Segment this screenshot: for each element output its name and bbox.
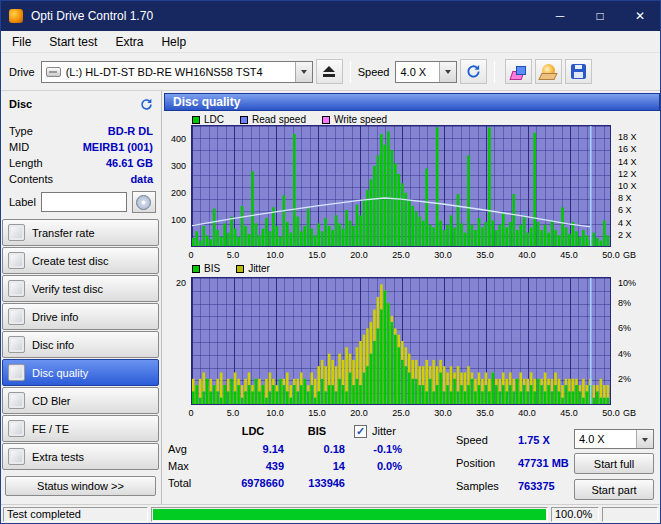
chevron-down-icon[interactable]: [439, 62, 456, 82]
disc-info-row-length: Length 46.61 GB: [1, 155, 161, 171]
bis-jitter-chart: [191, 277, 611, 405]
menubar: File Start test Extra Help: [1, 31, 660, 53]
main-panel: Disc quality LDC Read speed Write speed …: [162, 91, 660, 504]
chart2-legend: BIS Jitter: [192, 263, 270, 274]
drive-info-icon: [8, 308, 25, 325]
info-value: BD-R DL: [108, 125, 153, 137]
disc-label-caption: Label: [9, 196, 36, 208]
app-icon: [9, 9, 23, 23]
extra-tests-icon: [8, 448, 25, 465]
toolbar: Drive (L:) HL-DT-ST BD-RE WH16NS58 TST4 …: [1, 53, 660, 91]
disc-refresh-button[interactable]: [140, 98, 153, 111]
write-speed-legend-swatch: [322, 116, 330, 124]
info-label: Length: [9, 157, 43, 169]
burn-button[interactable]: [535, 59, 562, 84]
speed-label: Speed: [358, 66, 390, 78]
status-text: Test completed: [3, 507, 148, 522]
sidebar-item-verify-test-disc[interactable]: Verify test disc: [2, 275, 159, 302]
result-speed-value: 1.75 X: [518, 434, 550, 446]
progress-percent: 100.0%: [551, 507, 599, 522]
disc-quality-icon: [8, 364, 25, 381]
ldc-column-header: LDC: [222, 425, 284, 437]
start-part-button[interactable]: Start part: [574, 479, 654, 500]
verify-disc-icon: [8, 280, 25, 297]
result-speed-label: Speed: [456, 434, 488, 446]
save-button[interactable]: [565, 59, 592, 84]
drive-select-value: (L:) HL-DT-ST BD-RE WH16NS58 TST4: [66, 66, 263, 78]
titlebar: Opti Drive Control 1.70 ─ □ ✕: [1, 1, 660, 31]
chevron-down-icon[interactable]: [295, 62, 312, 82]
avg-jitter-value: -0.1%: [354, 443, 402, 455]
samples-value: 763375: [518, 480, 555, 492]
info-value: 46.61 GB: [106, 157, 153, 169]
total-bis-value: 133946: [289, 477, 345, 489]
chevron-down-icon[interactable]: [636, 430, 653, 448]
erase-disc-button[interactable]: [505, 59, 532, 84]
minimize-button[interactable]: ─: [540, 1, 580, 31]
chart1-legend: LDC Read speed Write speed: [192, 114, 387, 125]
statusbar: Test completed 100.0%: [1, 504, 660, 523]
sidebar-item-cd-bler[interactable]: CD Bler: [2, 387, 159, 414]
refresh-icon: [140, 98, 153, 111]
disc-label-row: Label: [9, 191, 158, 213]
eraser-icon: [510, 64, 527, 80]
info-label: MID: [9, 141, 29, 153]
ldc-y-axis: 400300200100: [162, 125, 189, 247]
window-controls: ─ □ ✕: [540, 1, 660, 31]
app-window: Opti Drive Control 1.70 ─ □ ✕ File Start…: [0, 0, 661, 524]
menu-help[interactable]: Help: [152, 32, 195, 52]
test-speed-select[interactable]: 4.0 X: [574, 429, 654, 449]
status-window-button[interactable]: Status window >>: [5, 476, 156, 496]
sidebar-item-transfer-rate[interactable]: Transfer rate: [2, 219, 159, 246]
jitter-checkbox[interactable]: [354, 425, 367, 438]
cd-bler-icon: [8, 392, 25, 409]
avg-row-label: Avg: [168, 443, 187, 455]
info-value: MEIRB1 (001): [83, 141, 153, 153]
disc-label-button[interactable]: [132, 191, 156, 213]
burn-disc-icon: [540, 64, 557, 80]
sidebar-buttons: Transfer rate Create test disc Verify te…: [2, 219, 159, 471]
disc-info-row-contents: Contents data: [1, 171, 161, 187]
position-value: 47731 MB: [518, 457, 569, 469]
toolbar-separator: [350, 61, 351, 83]
save-icon: [571, 64, 586, 79]
ldc-x-axis: 05.010.015.020.025.030.035.040.045.050.0…: [191, 250, 651, 261]
close-button[interactable]: ✕: [620, 1, 660, 31]
refresh-icon: [466, 64, 481, 79]
menu-start-test[interactable]: Start test: [40, 32, 106, 52]
sidebar-item-extra-tests[interactable]: Extra tests: [2, 443, 159, 470]
bis-x-axis: 05.010.015.020.025.030.035.040.045.050.0…: [191, 408, 651, 419]
sidebar-item-disc-info[interactable]: Disc info: [2, 331, 159, 358]
ldc-chart: [191, 125, 611, 247]
sidebar-item-drive-info[interactable]: Drive info: [2, 303, 159, 330]
total-ldc-value: 6978660: [222, 477, 284, 489]
max-bis-value: 14: [289, 460, 345, 472]
drive-select[interactable]: (L:) HL-DT-ST BD-RE WH16NS58 TST4: [41, 61, 313, 83]
sidebar-item-disc-quality[interactable]: Disc quality: [2, 359, 159, 386]
disc-label-input[interactable]: [41, 192, 127, 212]
eject-icon: [323, 66, 335, 72]
progress-fill: [153, 509, 546, 520]
sidebar-item-create-test-disc[interactable]: Create test disc: [2, 247, 159, 274]
menu-file[interactable]: File: [3, 32, 40, 52]
sidebar: Disc Type BD-R DL MID MEIRB1 (001): [1, 91, 162, 504]
bis-y-axis: 20: [162, 277, 189, 405]
speed-select[interactable]: 4.0 X: [395, 61, 457, 83]
disc-section-title: Disc: [9, 98, 32, 110]
ldc-legend-swatch: [192, 116, 200, 124]
transfer-rate-icon: [8, 224, 25, 241]
max-jitter-value: 0.0%: [354, 460, 402, 472]
info-value[interactable]: data: [130, 173, 153, 185]
start-full-button[interactable]: Start full: [574, 453, 654, 474]
jitter-legend-swatch: [236, 265, 244, 273]
maximize-button[interactable]: □: [580, 1, 620, 31]
refresh-button[interactable]: [460, 59, 487, 84]
bis-legend-swatch: [192, 265, 200, 273]
samples-label: Samples: [456, 480, 499, 492]
sidebar-item-fe-te[interactable]: FE / TE: [2, 415, 159, 442]
eject-button[interactable]: [316, 59, 343, 84]
total-row-label: Total: [168, 477, 191, 489]
disc-section-header: Disc: [1, 93, 161, 115]
menu-extra[interactable]: Extra: [106, 32, 152, 52]
cd-icon: [136, 195, 151, 210]
